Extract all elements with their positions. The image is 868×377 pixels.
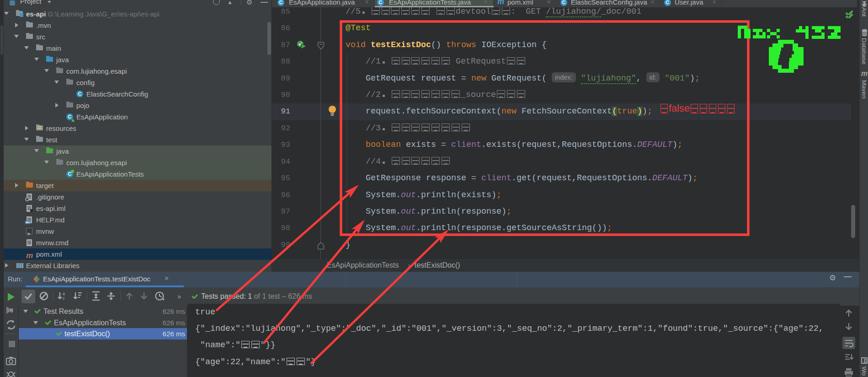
svg-text:a: a xyxy=(63,291,65,296)
svg-text:z: z xyxy=(63,296,65,301)
